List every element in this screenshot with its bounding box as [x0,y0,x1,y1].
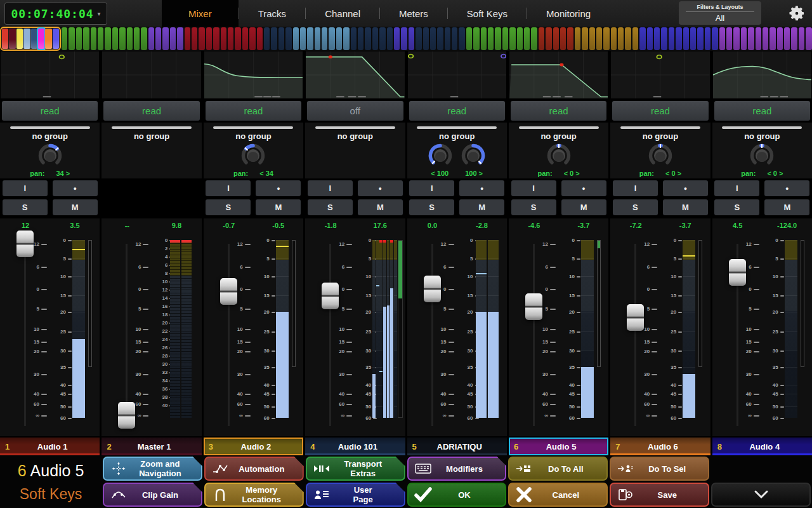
track-color-segment[interactable] [748,27,754,50]
track-color-segment[interactable] [567,27,573,50]
pan-knob[interactable] [428,143,453,168]
track-color-segment[interactable] [777,27,783,50]
track-color-segment[interactable] [726,27,732,50]
track-color-segment[interactable] [488,27,494,50]
track-color-segment[interactable] [249,27,255,50]
group-label[interactable]: no group [0,131,100,141]
automation-mode-button[interactable]: read [2,101,98,121]
fader-cap[interactable] [525,293,542,320]
automation-curve-panel[interactable] [0,51,100,99]
pan-knob[interactable] [240,143,266,168]
track-color-segment[interactable] [416,27,421,50]
track-color-segment[interactable] [235,27,240,50]
track-color-segment[interactable] [199,27,204,50]
track-color-segment[interactable] [459,27,464,50]
track-color-segment[interactable] [661,27,667,50]
solo-button[interactable]: S [308,199,353,215]
track-color-segment[interactable] [170,27,176,50]
filters-layouts-selector[interactable]: Filters & Layouts All [679,1,761,25]
track-color-segment[interactable] [257,27,263,50]
track-color-segment[interactable] [358,27,363,50]
pan-knob[interactable] [37,143,63,168]
track-color-segment[interactable] [141,27,147,50]
solo-button[interactable]: S [409,199,454,215]
record-arm-button[interactable]: ● [764,180,809,196]
fader-cap[interactable] [424,276,441,302]
fader-cap[interactable] [729,259,746,286]
track-color-segment[interactable] [575,27,580,50]
track-color-segment[interactable] [351,27,357,50]
track-color-segment[interactable] [228,27,233,50]
bank-overview-channel[interactable] [38,29,44,49]
bank-overview[interactable] [0,27,61,51]
track-color-segment[interactable] [676,27,681,50]
track-color-segment[interactable] [784,27,790,50]
group-label[interactable]: no group [712,131,812,141]
track-color-segment[interactable] [669,27,674,50]
group-label[interactable]: no group [204,131,303,141]
track-color-segment[interactable] [632,27,638,50]
track-color-segment[interactable] [372,27,378,50]
channel-name-row[interactable]: 6 Audio 5 [509,438,608,455]
softkey-do-to-all[interactable]: Do To All [508,457,608,481]
group-label[interactable]: no group [407,131,507,141]
track-color-segment[interactable] [119,27,125,50]
track-color-segment[interactable] [596,27,602,50]
record-arm-button[interactable]: ● [53,180,98,196]
track-color-segment[interactable] [712,27,717,50]
record-arm-button[interactable]: ● [358,180,403,196]
track-color-segment[interactable] [481,27,487,50]
bank-overview-channel[interactable] [23,29,30,49]
track-color-segment[interactable] [185,27,190,50]
bank-overview-channel[interactable] [9,29,15,49]
input-monitor-button[interactable]: I [3,180,48,196]
group-color-bar[interactable] [112,126,192,129]
fader-track[interactable] [431,244,433,426]
track-color-segment[interactable] [293,27,299,50]
softkey-chevron-down[interactable] [711,483,811,507]
track-color-segment[interactable] [705,27,710,50]
track-color-segment[interactable] [329,27,334,50]
track-color-segment[interactable] [756,27,761,50]
group-color-bar[interactable] [315,126,395,129]
track-color-segment[interactable] [437,27,443,50]
softkey-transport-extras[interactable]: TransportExtras [306,457,405,481]
track-color-segment[interactable] [611,27,617,50]
track-color-segment[interactable] [618,27,624,50]
fader-track[interactable] [24,244,26,426]
timecode-display[interactable]: 00:07:40:04 ▾ [4,3,107,25]
track-color-segment[interactable] [423,27,429,50]
track-color-segment[interactable] [192,27,197,50]
track-color-segment[interactable] [336,27,342,50]
track-color-segment[interactable] [683,27,689,50]
mute-button[interactable]: M [561,199,606,215]
timecode-dropdown-caret[interactable]: ▾ [98,10,101,17]
automation-curve-panel[interactable] [509,51,608,99]
mute-button[interactable]: M [663,199,708,215]
track-color-segment[interactable] [83,27,89,50]
fader-cap[interactable] [220,278,237,305]
track-color-segment[interactable] [799,27,804,50]
track-color-segment[interactable] [560,27,566,50]
track-color-segment[interactable] [307,27,313,50]
input-monitor-button[interactable]: I [409,180,454,196]
group-label[interactable]: no group [102,131,201,141]
automation-curve-panel[interactable] [407,51,507,99]
track-color-segment[interactable] [394,27,400,50]
fader-cap[interactable] [627,304,644,331]
track-color-segment[interactable] [697,27,703,50]
channel-name-row[interactable]: 8 Audio 4 [712,438,812,455]
track-color-segment[interactable] [806,27,811,50]
input-monitor-button[interactable]: I [714,180,759,196]
automation-curve-panel[interactable] [305,51,405,99]
automation-curve-panel[interactable] [610,51,710,99]
tab-channel[interactable]: Channel [306,0,379,27]
fader-cap[interactable] [322,283,339,309]
bank-overview-channel[interactable] [45,29,51,49]
mute-button[interactable]: M [459,199,504,215]
fader-track[interactable] [634,244,636,426]
track-color-segment[interactable] [639,27,645,50]
track-color-segment[interactable] [430,27,436,50]
track-color-segment[interactable] [127,27,133,50]
track-color-segment[interactable] [62,27,67,50]
